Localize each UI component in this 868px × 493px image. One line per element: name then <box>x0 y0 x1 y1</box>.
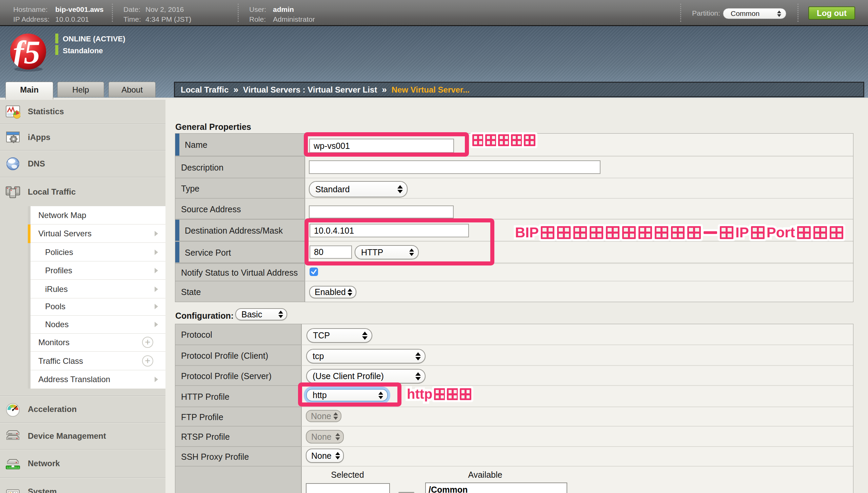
svg-text:f5: f5 <box>13 34 40 71</box>
